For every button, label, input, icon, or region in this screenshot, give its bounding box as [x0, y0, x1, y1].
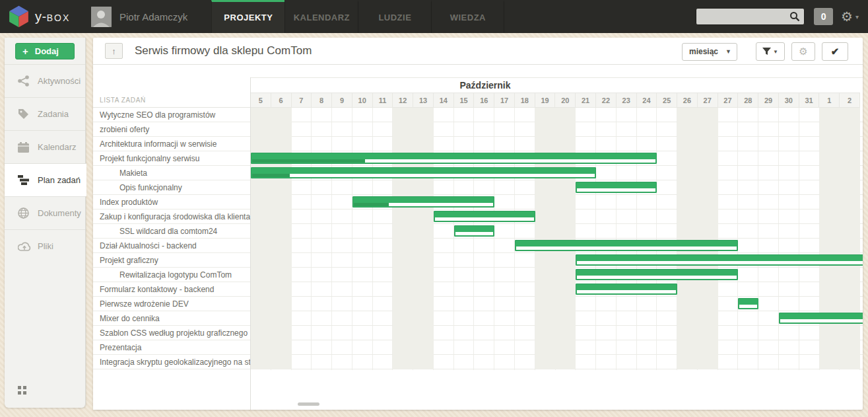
confirm-button[interactable]: ✔: [822, 42, 848, 61]
sidebar-item-label: Pliki: [38, 241, 53, 251]
day-cell: 1: [819, 93, 840, 108]
share-icon: [18, 75, 31, 87]
up-button[interactable]: ↑: [105, 43, 123, 59]
task-bar[interactable]: [352, 196, 494, 208]
day-cell: 8: [312, 93, 332, 108]
horizontal-scrollbar[interactable]: [298, 402, 319, 406]
task-bar-progress: [252, 174, 290, 177]
task-name[interactable]: zrobieni oferty: [93, 122, 250, 137]
task-name[interactable]: SSL wildcard dla comtom24: [93, 224, 250, 239]
day-cell: 31: [799, 93, 820, 108]
task-name[interactable]: Zakup i konfiguracja środowiska dla klie…: [93, 209, 250, 224]
task-name[interactable]: Rewitalizacja logotypu ComTom: [93, 268, 250, 282]
user-menu[interactable]: Piotr Adamczyk: [84, 0, 194, 33]
nav-tab-wiedza[interactable]: WIEDZA: [431, 0, 504, 33]
task-bar[interactable]: [576, 284, 677, 295]
plus-icon: +: [22, 46, 28, 57]
settings-caret-icon[interactable]: ▾: [855, 13, 859, 20]
task-list-header: LISTA ZADAŃ: [93, 93, 250, 108]
funnel-icon: [762, 48, 771, 56]
task-bar[interactable]: [576, 254, 863, 266]
search-input[interactable]: [696, 8, 805, 25]
topbar: y-BOX Piotr Adamczyk PROJEKTYKALENDARZLU…: [0, 0, 868, 33]
task-bar[interactable]: [251, 153, 657, 164]
page-title: Serwis firmowy dla sklepu ComTom: [135, 44, 312, 57]
day-cell: 13: [413, 93, 434, 108]
day-cell: 17: [494, 93, 515, 108]
task-bar-track: [577, 290, 676, 293]
task-name[interactable]: Prezentacja: [93, 340, 250, 355]
task-bar[interactable]: [576, 269, 738, 280]
day-cell: 23: [617, 93, 637, 108]
calendar-icon: [18, 142, 31, 153]
task-bar[interactable]: [515, 240, 738, 251]
task-bar[interactable]: [576, 182, 657, 193]
sidebar-item-aktywno-ci[interactable]: Aktywności: [5, 64, 85, 97]
sidebar-item-zadania[interactable]: Zadania: [5, 97, 85, 130]
sidebar-item-plan-zada-[interactable]: Plan zadań: [5, 163, 86, 196]
task-bar-track: [516, 246, 737, 250]
task-name[interactable]: Szablon CSS według projektu graficznego: [93, 326, 250, 340]
task-bar[interactable]: [738, 298, 758, 309]
filter-button[interactable]: ▼: [756, 42, 785, 61]
search-icon[interactable]: [789, 11, 800, 22]
day-cell: 10: [352, 93, 373, 108]
nav-tab-kalendarz[interactable]: KALENDARZ: [284, 0, 358, 33]
add-button[interactable]: + Dodaj: [15, 43, 75, 59]
weekend-stripe: [698, 108, 718, 369]
sidebar-item-pliki[interactable]: Pliki: [5, 229, 85, 262]
task-bar-progress: [252, 159, 365, 163]
task-bar-track: [780, 319, 863, 322]
day-cell: 7: [292, 93, 312, 108]
task-name[interactable]: Projekt funkcjonalny serwisu: [93, 151, 250, 166]
day-cell: 25: [657, 93, 677, 108]
task-name[interactable]: Pierwsze wdrożenie DEV: [93, 297, 250, 311]
notifications-badge[interactable]: 0: [814, 8, 833, 25]
sidebar-item-label: Aktywności: [38, 76, 81, 86]
task-bar[interactable]: [779, 313, 863, 324]
day-cell: 20: [555, 93, 576, 108]
nav-tab-projekty[interactable]: PROJEKTY: [211, 0, 284, 33]
task-bar-track: [577, 276, 737, 279]
weekend-stripe: [393, 108, 413, 369]
task-name[interactable]: Wytyczne SEO dla programistów: [93, 108, 250, 122]
task-name[interactable]: Integracja skryptu geolokalizacyjnego na…: [93, 355, 250, 369]
task-bar-progress: [354, 203, 389, 206]
logo-text: y-BOX: [35, 9, 70, 24]
task-name[interactable]: Index produktów: [93, 195, 250, 209]
task-bar-track: [577, 188, 655, 192]
sidebar-item-label: Plan zadań: [38, 175, 81, 185]
gantt-grid: Październik 5678910111213141516171819202…: [251, 77, 863, 410]
gantt-body: [251, 108, 863, 370]
day-cell: 27: [718, 93, 739, 108]
day-cell: 16: [474, 93, 494, 108]
task-name[interactable]: Opis funkcjonalny: [93, 180, 250, 195]
task-name[interactable]: Makieta: [93, 166, 250, 180]
sidebar-item-kalendarz[interactable]: Kalendarz: [5, 130, 85, 163]
task-bar[interactable]: [251, 167, 596, 178]
task-bar[interactable]: [434, 211, 535, 222]
timescale-select[interactable]: miesiąc ▼: [682, 43, 737, 61]
sidebar-item-dokumenty[interactable]: Dokumenty: [5, 196, 85, 229]
task-name[interactable]: Dział Aktualności - backend: [93, 239, 250, 253]
settings-gear-icon[interactable]: ⚙: [841, 10, 853, 23]
apps-grid-icon[interactable]: [18, 386, 26, 395]
project-panel: ↑ Serwis firmowy dla sklepu ComTom miesi…: [93, 38, 863, 410]
globe-icon: [18, 208, 31, 219]
task-name[interactable]: Mixer do cennika: [93, 311, 250, 326]
task-bar[interactable]: [454, 225, 495, 237]
sidebar-item-label: Zadania: [38, 109, 69, 119]
task-name[interactable]: Architektura informacji w serwisie: [93, 137, 250, 151]
task-name[interactable]: Projekt graficzny: [93, 253, 250, 268]
gantt-settings-button[interactable]: ⚙: [791, 42, 815, 61]
nav-tab-ludzie[interactable]: LUDZIE: [358, 0, 431, 33]
timescale-value: miesiąc: [689, 47, 718, 56]
app-logo[interactable]: y-BOX: [0, 0, 84, 33]
weekend-stripe: [840, 108, 860, 369]
day-header-row: 5678910111213141516171819202122232425262…: [251, 93, 863, 108]
weekend-stripe: [251, 108, 271, 369]
sidebar-item-label: Kalendarz: [38, 142, 77, 152]
day-cell: 21: [576, 93, 596, 108]
task-name[interactable]: Formularz kontaktowy - backend: [93, 282, 250, 297]
add-button-label: Dodaj: [35, 46, 59, 56]
